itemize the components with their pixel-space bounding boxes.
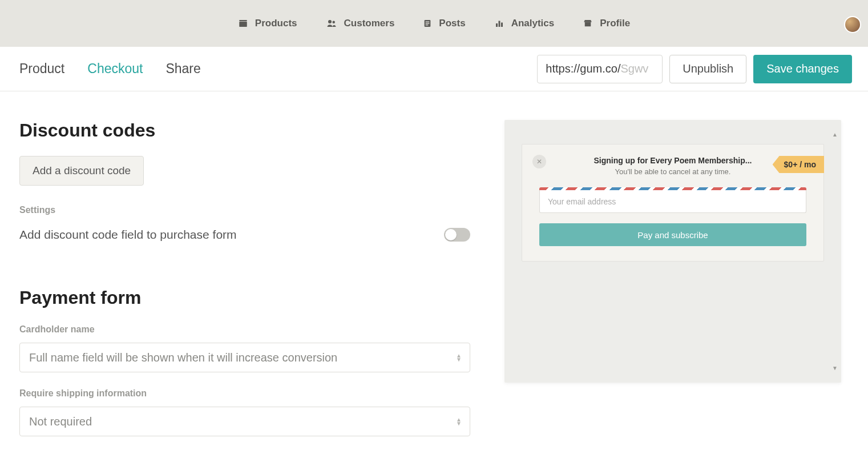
header-controls: https://gum.co/Sgwv Unpublish Save chang… [537,55,852,83]
svg-rect-9 [498,21,500,27]
cardholder-name-select[interactable]: Full name field will be shown when it wi… [19,343,470,372]
svg-rect-5 [426,22,430,22]
main-content: Discount codes Add a discount code Setti… [0,91,868,436]
chevrons-icon: ▲▼ [456,417,462,425]
tab-product[interactable]: Product [19,61,64,77]
svg-rect-7 [426,25,429,25]
tab-checkout[interactable]: Checkout [87,61,143,77]
preview-column: ▲ ✕ $0+ / mo Signing up for Every Poem M… [504,120,841,436]
settings-label: Settings [19,205,470,215]
discount-toggle-row: Add discount code field to purchase form [19,228,470,242]
select-value: Full name field will be shown when it wi… [29,351,337,364]
nav-products[interactable]: Products [238,18,297,29]
svg-rect-10 [501,23,503,27]
add-discount-code-button[interactable]: Add a discount code [19,156,144,186]
tab-share[interactable]: Share [165,61,200,77]
nav-label: Posts [439,18,465,29]
pay-subscribe-button[interactable]: Pay and subscribe [539,223,806,246]
url-input[interactable]: https://gum.co/Sgwv [537,55,663,83]
nav-posts[interactable]: Posts [423,18,465,29]
nav-profile[interactable]: Profile [583,18,630,29]
svg-rect-8 [496,23,498,27]
email-placeholder: Your email address [548,197,616,206]
unpublish-button[interactable]: Unpublish [669,55,746,83]
scroll-down-icon[interactable]: ▼ [832,365,838,371]
payment-form-title: Payment form [19,287,470,308]
signup-subtitle: You'll be able to cancel at any time. [562,167,784,176]
cardholder-name-label: Cardholder name [19,324,470,335]
nav-customers[interactable]: Customers [326,18,395,29]
nav-label: Analytics [511,18,555,29]
signup-title: Signing up for Every Poem Membership... [562,156,784,165]
doc-icon [423,18,432,29]
nav-label: Products [255,18,297,29]
svg-rect-11 [585,22,591,27]
checkout-preview-card: ✕ $0+ / mo Signing up for Every Poem Mem… [522,144,824,262]
left-column: Discount codes Add a discount code Setti… [19,120,470,436]
shipping-info-select[interactable]: Not required ▲▼ [19,407,470,436]
store-icon [583,18,593,29]
top-nav-list: Products Customers Posts Analytics Profi… [238,18,630,29]
svg-rect-0 [239,22,247,27]
scroll-up-icon[interactable]: ▲ [832,131,838,138]
nav-label: Customers [344,18,395,29]
sub-header: Product Checkout Share https://gum.co/Sg… [0,47,868,91]
discount-toggle[interactable] [444,228,470,242]
chevrons-icon: ▲▼ [456,354,462,361]
svg-point-3 [332,21,335,24]
svg-rect-6 [426,23,430,23]
price-tag: $0+ / mo [773,156,824,173]
discount-toggle-label: Add discount code field to purchase form [19,228,237,242]
close-icon[interactable]: ✕ [532,155,546,168]
preview-panel: ▲ ✕ $0+ / mo Signing up for Every Poem M… [504,120,841,383]
nav-analytics[interactable]: Analytics [494,18,555,29]
svg-rect-1 [239,20,247,21]
url-slug: Sgwv [620,62,648,75]
select-value: Not required [29,415,92,428]
sub-tabs: Product Checkout Share [19,61,201,77]
discount-codes-title: Discount codes [19,120,470,141]
nav-label: Profile [600,18,630,29]
email-field[interactable]: Your email address [539,190,806,213]
save-changes-button[interactable]: Save changes [753,55,852,83]
shipping-info-label: Require shipping information [19,388,470,399]
avatar[interactable] [844,16,861,33]
url-prefix: https://gum.co/ [546,62,620,75]
svg-point-2 [328,20,332,23]
bars-icon [494,18,504,29]
top-navbar: Products Customers Posts Analytics Profi… [0,0,868,47]
people-icon [326,18,337,29]
box-icon [238,18,248,29]
